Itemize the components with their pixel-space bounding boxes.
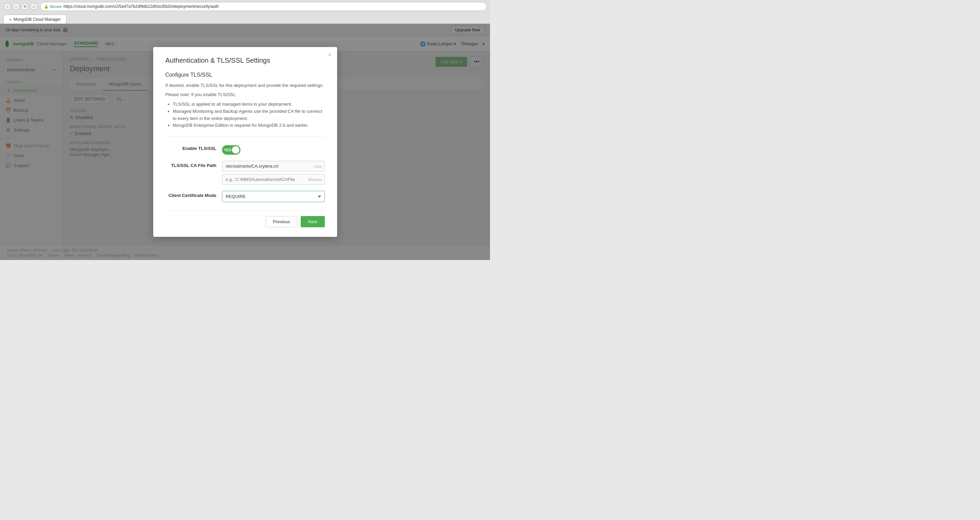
modal-overlay[interactable]: × Authentication & TLS/SSL Settings Conf…	[0, 24, 490, 260]
tab-bar: ● MongoDB Cloud Manager	[0, 13, 490, 24]
browser-tab[interactable]: ● MongoDB Cloud Manager	[3, 14, 67, 24]
modal-title: Authentication & TLS/SSL Settings	[165, 57, 325, 64]
windows-platform-label: Windows	[308, 177, 322, 181]
client-cert-row: Client Certificate Mode NONE ALLOW REQUI…	[165, 191, 325, 202]
browser-chrome: ‹ › ↻ ⌂ 🔒 Secure https://cloud.mongodb.c…	[0, 0, 490, 24]
url-text: https://cloud.mongodb.com/v2/5a47a7b2df9…	[64, 4, 219, 9]
modal-dialog: × Authentication & TLS/SSL Settings Conf…	[153, 47, 337, 237]
modal-section-title: Configure TLS/SSL	[165, 72, 325, 78]
modal-bullet-2: Managed Monitoring and Backup Agents use…	[173, 108, 325, 122]
ca-file-path-fields: Linux Windows	[222, 161, 325, 185]
tab-favicon: ●	[9, 18, 11, 21]
home-button[interactable]: ⌂	[30, 3, 37, 10]
app-container: 29 days remaining in your trial. ? Upgra…	[0, 24, 490, 260]
modal-bullets: TLS/SSL is applied to all managed items …	[165, 101, 325, 129]
toggle-track[interactable]: YES	[222, 145, 240, 155]
enable-tls-row: Enable TLS/SSL YES	[165, 144, 325, 155]
client-cert-field: NONE ALLOW REQUIRE	[222, 191, 325, 202]
tls-toggle-field: YES	[222, 144, 325, 155]
tls-toggle[interactable]: YES	[222, 145, 325, 155]
modal-footer: Previous Next	[165, 210, 325, 227]
forward-button[interactable]: ›	[12, 3, 20, 10]
address-bar[interactable]: 🔒 Secure https://cloud.mongodb.com/v2/5a…	[40, 2, 487, 11]
client-cert-select[interactable]: NONE ALLOW REQUIRE	[222, 191, 325, 202]
enable-tls-label: Enable TLS/SSL	[165, 144, 216, 151]
nav-buttons: ‹ › ↻ ⌂	[3, 3, 37, 10]
lock-icon: 🔒	[44, 5, 49, 9]
modal-description: If desired, enable TLS/SSL for this depl…	[165, 82, 325, 89]
toggle-yes-label: YES	[224, 148, 232, 152]
secure-badge: 🔒 Secure	[44, 5, 62, 9]
previous-button[interactable]: Previous	[266, 216, 297, 227]
next-button[interactable]: Next	[301, 216, 325, 227]
back-button[interactable]: ‹	[3, 3, 11, 10]
client-cert-label: Client Certificate Mode	[165, 191, 216, 198]
modal-note: Please note: If you enable TLS/SSL:	[165, 91, 325, 98]
toggle-thumb	[232, 146, 239, 154]
modal-bullet-1: TLS/SSL is applied to all managed items …	[173, 101, 325, 108]
tab-label: MongoDB Cloud Manager	[14, 17, 61, 22]
modal-bullet-3: MongoDB Enterprise Edition is required f…	[173, 122, 325, 129]
linux-platform-label: Linux	[314, 164, 322, 168]
browser-toolbar: ‹ › ↻ ⌂ 🔒 Secure https://cloud.mongodb.c…	[0, 0, 490, 13]
ca-file-path-linux-input[interactable]	[222, 161, 325, 171]
ca-file-path-linux-wrapper: Linux	[222, 161, 325, 171]
refresh-button[interactable]: ↻	[21, 3, 29, 10]
modal-close-button[interactable]: ×	[328, 52, 332, 58]
ca-file-path-row: TLS/SSL CA File Path Linux Windows	[165, 161, 325, 185]
modal-divider	[165, 137, 325, 137]
ca-file-path-label: TLS/SSL CA File Path	[165, 161, 216, 168]
ca-file-path-windows-wrapper: Windows	[222, 174, 325, 185]
